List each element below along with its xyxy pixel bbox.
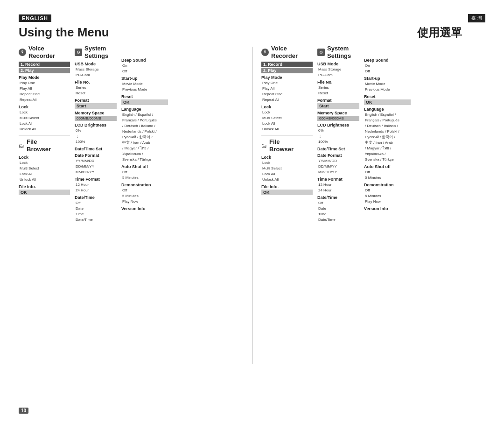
left-demo-label: Demonstration xyxy=(121,183,168,187)
right-vr-play[interactable]: 2. Play xyxy=(261,68,313,73)
left-fileno-label: File No. xyxy=(75,80,117,85)
left-sys-header: ⚙ System Settings xyxy=(75,45,117,59)
left-demo-items: Off5 MinutesPlay Now xyxy=(122,188,168,204)
left-lcd-items: 0%⋮100% xyxy=(76,128,117,145)
right-fb-ok[interactable]: OK xyxy=(261,190,313,195)
gear-icon-right: ⚙ xyxy=(317,49,325,56)
right-usb-items: Mass StoragePC-Cam xyxy=(318,67,359,78)
left-fb-lock-items: LockMulti SelectLock AllUnlock All xyxy=(20,160,70,183)
v-divider xyxy=(252,47,252,364)
taiwan-badge: 臺 灣 xyxy=(468,14,485,22)
right-vr-record[interactable]: 1. Record xyxy=(261,62,313,67)
left-dt-label: Date/Time xyxy=(75,195,117,200)
left-fb-header: 🗂 File Browser xyxy=(19,138,70,153)
page-number-badge: 10 xyxy=(19,408,28,414)
right-vr-lock-items: LockMulti SelectLock AllUnlock All xyxy=(262,110,313,132)
left-vr-title2: Recorder xyxy=(28,52,55,60)
left-vr-title1: Voice xyxy=(28,45,55,52)
right-fb-lock-label: Lock xyxy=(261,155,313,160)
left-voice-recorder-col: 🎙 Voice Recorder 1. Record 2. Play Play … xyxy=(19,45,70,223)
mic-icon-left: 🎙 xyxy=(19,49,26,56)
english-badge: ENGLISH xyxy=(19,14,51,22)
right-reset-label: Reset xyxy=(364,94,411,99)
right-lcd-label: LCD Brightness xyxy=(317,123,359,127)
right-startup-items: Movie ModePrevious Mode xyxy=(365,81,411,92)
right-reset-ok[interactable]: OK xyxy=(364,99,411,105)
left-dtfmt-items: YY/MM/DDDD/MM/YYMM/DD/YY xyxy=(76,158,117,175)
right-sys-header: ⚙ System Settings xyxy=(317,45,359,59)
left-beep-items: OnOff xyxy=(122,63,168,74)
left-vr-playmode-label: Play Mode xyxy=(19,75,70,80)
left-dt-items: OffDateTimeDate/Time xyxy=(76,200,117,223)
left-vr-play[interactable]: 2. Play xyxy=(19,68,70,73)
left-sys-title2: Settings xyxy=(84,52,108,60)
right-voice-recorder-col: 🎙 Voice Recorder 1. Record 2. Play Play … xyxy=(261,45,313,223)
left-fb-ok[interactable]: OK xyxy=(19,190,70,195)
right-dt-label: Date/Time xyxy=(317,195,359,200)
left-version-label: Version Info xyxy=(121,206,168,211)
top-bar: ENGLISH 臺 灣 xyxy=(19,14,485,22)
right-memspace-label: Memory Space xyxy=(317,111,359,115)
page-number-area: 10 xyxy=(19,408,28,414)
right-beep-label: Beep Sound xyxy=(364,58,411,63)
left-reset-label: Reset xyxy=(121,94,168,99)
right-format-start[interactable]: Start xyxy=(317,103,359,109)
left-lcd-label: LCD Brightness xyxy=(75,123,117,127)
left-dtset-label: Date/Time Set xyxy=(75,147,117,151)
left-vr-playmode-items: Play OnePlay AllRepeat OneRepeat All xyxy=(20,80,70,103)
right-fb-title2: Browser xyxy=(269,146,294,153)
right-fileno-items: SeriesReset xyxy=(318,85,359,96)
left-dtfmt-label: Date Format xyxy=(75,153,117,158)
left-sys-col1: ⚙ System Settings USB Mode Mass StorageP… xyxy=(75,45,117,223)
left-fb-title1: File xyxy=(27,138,51,146)
left-startup-items: Movie ModePrevious Mode xyxy=(122,81,168,92)
right-fb-title1: File xyxy=(269,138,294,146)
right-demo-items: Off5 MinutesPlay Now xyxy=(365,188,411,204)
mic-icon-right: 🎙 xyxy=(261,49,269,56)
left-autoshut-label: Auto Shut off xyxy=(121,164,168,169)
right-sys-col1: ⚙ System Settings USB Mode Mass StorageP… xyxy=(317,45,359,223)
right-demo-label: Demonstration xyxy=(364,183,411,187)
right-sys-title1: System xyxy=(327,45,351,52)
left-sys-col2: Beep Sound OnOff Start-up Movie ModePrev… xyxy=(121,45,168,223)
left-autoshut-items: Off5 Minutes xyxy=(122,169,168,181)
gear-icon-left: ⚙ xyxy=(75,49,82,56)
right-dtset-label: Date/Time Set xyxy=(317,147,359,151)
right-dtfmt-items: YY/MM/DDDD/MM/YYMM/DD/YY xyxy=(318,158,359,175)
right-vr-title2: Recorder xyxy=(271,52,298,60)
right-beep-items: OnOff xyxy=(365,63,411,74)
left-vr-header: 🎙 Voice Recorder xyxy=(19,45,70,59)
right-usb-label: USB Mode xyxy=(317,62,359,66)
left-fb-title2: Browser xyxy=(27,146,51,153)
left-memspace-label: Memory Space xyxy=(75,111,117,115)
right-sys-title2: Settings xyxy=(327,52,351,60)
folder-icon-left: 🗂 xyxy=(19,142,24,149)
right-autoshut-items: Off5 Minutes xyxy=(365,169,411,181)
left-memspace-value: 000MB/000MB xyxy=(75,116,117,121)
left-vr-lock-items: LockMulti SelectLock AllUnlock All xyxy=(20,110,70,132)
page: ENGLISH 臺 灣 Using the Menu 使用選單 🎙 Voice … xyxy=(0,0,504,423)
right-vr-title1: Voice xyxy=(271,45,298,52)
right-autoshut-label: Auto Shut off xyxy=(364,164,411,169)
right-timefmt-label: Time Format xyxy=(317,177,359,182)
left-reset-ok[interactable]: OK xyxy=(121,99,168,105)
left-timefmt-items: 12 Hour24 Hour xyxy=(76,182,117,193)
left-fb-lock-label: Lock xyxy=(19,155,70,160)
left-usb-label: USB Mode xyxy=(75,62,117,66)
left-format-label: Format xyxy=(75,98,117,103)
left-format-start[interactable]: Start xyxy=(75,103,117,109)
title-en: Using the Menu xyxy=(19,25,109,40)
right-version-label: Version Info xyxy=(364,206,411,211)
right-startup-label: Start-up xyxy=(364,76,411,81)
left-fileno-items: SeriesReset xyxy=(76,85,117,96)
left-timefmt-label: Time Format xyxy=(75,177,117,182)
left-startup-label: Start-up xyxy=(121,76,168,81)
right-lang-label: Language xyxy=(364,107,411,112)
title-row: Using the Menu 使用選單 xyxy=(19,25,485,40)
right-fileno-label: File No. xyxy=(317,80,359,85)
right-sys-col2: Beep Sound OnOff Start-up Movie ModePrev… xyxy=(364,45,411,223)
right-fb-lock-items: LockMulti SelectLock AllUnlock All xyxy=(262,160,313,183)
left-vr-record[interactable]: 1. Record xyxy=(19,62,70,67)
left-half: 🎙 Voice Recorder 1. Record 2. Play Play … xyxy=(19,45,252,223)
right-half: 🎙 Voice Recorder 1. Record 2. Play Play … xyxy=(252,45,485,223)
